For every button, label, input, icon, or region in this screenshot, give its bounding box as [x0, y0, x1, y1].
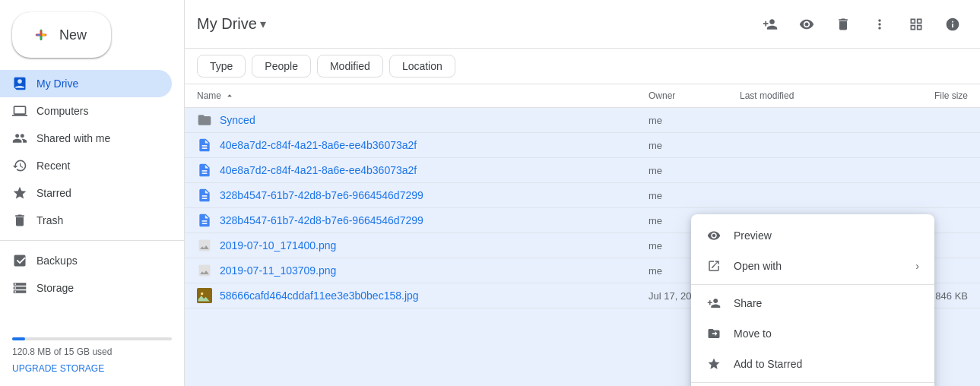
add-person-icon [763, 17, 778, 32]
file-name-cell: 40e8a7d2-c84f-4a21-8a6e-ee4b36073a2f [197, 138, 649, 153]
file-name: 2019-07-10_171400.png [220, 239, 336, 252]
context-menu-item-share[interactable]: Share [691, 288, 934, 318]
info-button[interactable] [937, 9, 968, 40]
doc-icon [197, 188, 212, 203]
storage-bar [12, 337, 172, 340]
storage-text: 120.8 MB of 15 GB used [12, 346, 172, 357]
context-menu-item-preview[interactable]: Preview [691, 220, 934, 251]
preview-toggle-button[interactable] [791, 9, 822, 40]
filter-people[interactable]: People [252, 55, 311, 78]
computers-icon [12, 103, 27, 119]
sidebar-item-shared-with-me[interactable]: Shared with me [0, 125, 172, 152]
sidebar: New My Drive Computers Shared with me Re… [0, 0, 185, 386]
delete-button[interactable] [828, 9, 858, 40]
context-menu-open-with-label: Open with [734, 260, 782, 272]
file-name-cell: 328b4547-61b7-42d8-b7e6-9664546d7299 [197, 213, 649, 228]
upgrade-storage-link[interactable]: UPGRADE STORAGE [12, 363, 104, 374]
table-row[interactable]: Synced me [185, 108, 980, 133]
open-with-menu-icon [706, 258, 722, 274]
my-drive-icon [12, 76, 27, 91]
dropdown-icon[interactable]: ▾ [260, 17, 266, 31]
sidebar-item-computers[interactable]: Computers [0, 97, 172, 125]
sidebar-item-shared-label: Shared with me [36, 132, 110, 144]
file-name: 58666cafd464cddaf11ee3e3b0bec158.jpg [220, 290, 419, 302]
grid-icon [909, 17, 924, 32]
context-menu-item-open-with[interactable]: Open with › [691, 251, 934, 281]
filter-modified[interactable]: Modified [317, 55, 383, 78]
svg-rect-8 [199, 265, 211, 277]
move-to-menu-icon [706, 326, 722, 341]
storage-fill [12, 337, 25, 340]
file-name: Synced [220, 114, 255, 126]
file-owner: me [649, 140, 740, 151]
svg-rect-6 [36, 34, 40, 36]
add-person-button[interactable] [755, 9, 785, 40]
sidebar-item-recent[interactable]: Recent [0, 152, 172, 179]
main-area: My Drive ▾ Type People [185, 0, 980, 386]
doc-icon [197, 163, 212, 178]
file-name-cell: 328b4547-61b7-42d8-b7e6-9664546d7299 [197, 188, 649, 203]
sidebar-item-trash[interactable]: Trash [0, 207, 172, 234]
table-row[interactable]: 40e8a7d2-c84f-4a21-8a6e-ee4b36073a2f me [185, 158, 980, 183]
sidebar-item-starred-label: Starred [36, 187, 71, 199]
context-menu-add-starred-label: Add to Starred [734, 358, 802, 370]
svg-rect-4 [42, 34, 46, 36]
col-owner-header: Owner [649, 90, 740, 101]
shared-icon [12, 131, 27, 146]
table-row[interactable]: 328b4547-61b7-42d8-b7e6-9664546d7299 me [185, 183, 980, 208]
header-actions [755, 9, 968, 40]
svg-rect-3 [40, 30, 42, 34]
sidebar-item-my-drive[interactable]: My Drive [0, 70, 172, 97]
svg-point-10 [201, 293, 203, 295]
filter-location[interactable]: Location [389, 55, 455, 78]
context-menu-share-label: Share [734, 297, 762, 309]
eye-icon [799, 17, 814, 32]
delete-icon [836, 17, 851, 32]
google-plus-icon [30, 24, 52, 46]
svg-rect-7 [199, 240, 211, 252]
doc-icon [197, 213, 212, 228]
col-name-header[interactable]: Name [197, 90, 649, 101]
col-name-label: Name [197, 90, 221, 101]
image-icon [197, 238, 212, 253]
header-title-area: My Drive ▾ [197, 15, 755, 33]
sidebar-item-recent-label: Recent [36, 160, 70, 172]
share-menu-icon [706, 296, 722, 311]
context-menu: Preview Open with › Share [691, 214, 934, 386]
context-menu-preview-label: Preview [734, 229, 772, 242]
storage-section: 120.8 MB of 15 GB used UPGRADE STORAGE [12, 331, 172, 374]
filter-type[interactable]: Type [197, 55, 246, 78]
header: My Drive ▾ [185, 0, 980, 49]
new-button[interactable]: New [12, 12, 111, 58]
open-with-arrow-icon: › [915, 260, 919, 272]
sidebar-item-backups-label: Backups [36, 255, 78, 267]
filter-bar: Type People Modified Location [185, 49, 980, 84]
file-owner: me [649, 165, 740, 176]
file-owner: me [649, 115, 740, 126]
context-menu-item-move-to[interactable]: Move to [691, 318, 934, 349]
context-menu-item-add-starred[interactable]: Add to Starred [691, 349, 934, 379]
sidebar-item-starred[interactable]: Starred [0, 179, 172, 207]
image-icon [197, 263, 212, 278]
doc-icon [197, 138, 212, 153]
file-name: 40e8a7d2-c84f-4a21-8a6e-ee4b36073a2f [220, 164, 417, 176]
more-options-button[interactable] [864, 9, 895, 40]
preview-menu-icon [706, 228, 722, 243]
file-name: 40e8a7d2-c84f-4a21-8a6e-ee4b36073a2f [220, 139, 417, 151]
file-owner: me [649, 190, 740, 201]
col-size-header: File size [877, 90, 968, 101]
file-name: 328b4547-61b7-42d8-b7e6-9664546d7299 [220, 189, 423, 201]
file-name-cell: 58666cafd464cddaf11ee3e3b0bec158.jpg [197, 288, 649, 303]
more-vert-icon [872, 17, 887, 32]
file-name: 328b4547-61b7-42d8-b7e6-9664546d7299 [220, 214, 423, 226]
sidebar-item-computers-label: Computers [36, 105, 88, 117]
grid-view-button[interactable] [901, 9, 931, 40]
sidebar-item-storage[interactable]: Storage [0, 274, 172, 302]
file-list-header: Name Owner Last modified File size [185, 84, 980, 108]
sidebar-divider [0, 240, 184, 241]
new-button-label: New [59, 27, 87, 43]
recent-icon [12, 158, 27, 173]
col-modified-header: Last modified [740, 90, 877, 101]
sidebar-item-backups[interactable]: Backups [0, 247, 172, 274]
table-row[interactable]: 40e8a7d2-c84f-4a21-8a6e-ee4b36073a2f me [185, 133, 980, 158]
